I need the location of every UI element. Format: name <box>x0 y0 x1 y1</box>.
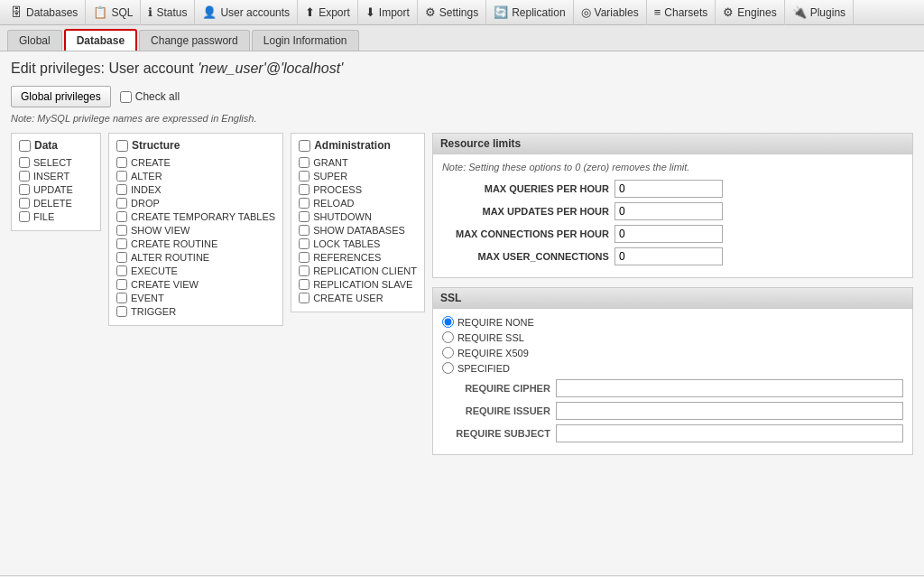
check-all-checkbox[interactable] <box>120 91 132 103</box>
cb-replication-slave[interactable] <box>299 279 310 290</box>
admin-privileges-box: Administration GRANT SUPER PROCESS RELOA… <box>291 133 425 312</box>
max-user-connections-input[interactable] <box>614 247 723 265</box>
tab-database[interactable]: Database <box>64 29 137 51</box>
nav-engines[interactable]: ⚙ Engines <box>716 0 784 25</box>
check-all-label[interactable]: Check all <box>120 90 180 103</box>
ssl-header: SSL <box>433 288 912 309</box>
cb-file[interactable] <box>19 211 30 222</box>
cb-show-view[interactable] <box>116 225 127 236</box>
cb-create[interactable] <box>116 157 127 168</box>
nav-sql[interactable]: 📋 SQL <box>86 0 141 25</box>
top-navigation: 🗄 Databases 📋 SQL ℹ Status 👤 User accoun… <box>0 0 924 25</box>
nav-settings[interactable]: ⚙ Settings <box>418 0 486 25</box>
priv-create-routine: CREATE ROUTINE <box>116 238 275 249</box>
cb-shutdown[interactable] <box>299 211 310 222</box>
tab-login-information[interactable]: Login Information <box>252 30 359 51</box>
ssl-require-x509-radio[interactable] <box>442 347 454 358</box>
variables-icon: ◎ <box>581 5 591 19</box>
cb-show-databases[interactable] <box>299 225 310 236</box>
nav-replication[interactable]: 🔄 Replication <box>486 0 573 25</box>
require-cipher-row: REQUIRE CIPHER <box>442 379 903 397</box>
admin-header-checkbox[interactable] <box>299 140 310 152</box>
user-icon: 👤 <box>202 5 217 19</box>
ssl-require-none-row: REQUIRE NONE <box>442 316 903 328</box>
priv-trigger: TRIGGER <box>116 306 275 317</box>
main-area: Data SELECT INSERT UPDATE DELETE FILE <box>11 133 913 455</box>
data-header: Data <box>19 139 93 152</box>
nav-status[interactable]: ℹ Status <box>141 0 195 25</box>
cb-select[interactable] <box>19 157 30 168</box>
cb-create-temp[interactable] <box>116 211 127 222</box>
priv-create-view: CREATE VIEW <box>116 279 275 290</box>
cb-insert[interactable] <box>19 171 30 181</box>
cb-trigger[interactable] <box>116 306 127 317</box>
priv-create: CREATE <box>116 157 275 168</box>
max-queries-input[interactable] <box>614 180 723 198</box>
cb-index[interactable] <box>116 184 127 195</box>
ssl-require-none-radio[interactable] <box>442 316 454 328</box>
ssl-specified-row: SPECIFIED <box>442 362 903 374</box>
cb-delete[interactable] <box>19 198 30 209</box>
cb-references[interactable] <box>299 252 310 263</box>
ssl-require-ssl-radio[interactable] <box>442 331 454 343</box>
cb-update[interactable] <box>19 184 30 195</box>
tab-change-password[interactable]: Change password <box>139 30 250 51</box>
max-updates-input[interactable] <box>614 202 723 220</box>
priv-event: EVENT <box>116 293 275 303</box>
require-issuer-input[interactable] <box>556 402 903 420</box>
cb-event[interactable] <box>116 293 127 303</box>
cb-process[interactable] <box>299 184 310 195</box>
priv-file: FILE <box>19 211 93 222</box>
charsets-icon: ≡ <box>654 5 661 19</box>
cb-create-user[interactable] <box>299 293 310 303</box>
cb-replication-client[interactable] <box>299 265 310 276</box>
max-connections-label: MAX CONNECTIONS PER HOUR <box>442 228 609 239</box>
priv-show-view: SHOW VIEW <box>116 225 275 236</box>
ssl-specified-radio[interactable] <box>442 362 454 374</box>
cb-alter-routine[interactable] <box>116 252 127 263</box>
priv-replication-slave: REPLICATION SLAVE <box>299 279 417 290</box>
cb-alter[interactable] <box>116 171 127 181</box>
note-text: Note: MySQL privilege names are expresse… <box>11 113 913 124</box>
priv-show-databases: SHOW DATABASES <box>299 225 417 236</box>
nav-databases[interactable]: 🗄 Databases <box>4 0 86 25</box>
nav-user-accounts[interactable]: 👤 User accounts <box>195 0 298 25</box>
priv-create-temp: CREATE TEMPORARY TABLES <box>116 211 275 222</box>
max-queries-row: MAX QUERIES PER HOUR <box>442 180 903 198</box>
max-connections-input[interactable] <box>614 225 723 243</box>
require-cipher-input[interactable] <box>556 379 903 397</box>
require-issuer-row: REQUIRE ISSUER <box>442 402 903 420</box>
nav-variables[interactable]: ◎ Variables <box>574 0 647 25</box>
sql-icon: 📋 <box>93 5 107 19</box>
cb-reload[interactable] <box>299 198 310 209</box>
cb-execute[interactable] <box>116 265 127 276</box>
cb-drop[interactable] <box>116 198 127 209</box>
export-icon: ⬆ <box>305 5 315 19</box>
nav-export[interactable]: ⬆ Export <box>298 0 358 25</box>
priv-update: UPDATE <box>19 184 93 195</box>
cb-super[interactable] <box>299 171 310 181</box>
nav-plugins[interactable]: 🔌 Plugins <box>785 0 854 25</box>
cb-create-routine[interactable] <box>116 238 127 249</box>
structure-header-checkbox[interactable] <box>116 140 128 152</box>
priv-create-user: CREATE USER <box>299 293 417 303</box>
cb-create-view[interactable] <box>116 279 127 290</box>
nav-import[interactable]: ⬇ Import <box>358 0 418 25</box>
global-privileges-button[interactable]: Global privileges <box>11 86 111 107</box>
require-subject-label: REQUIRE SUBJECT <box>442 428 550 439</box>
priv-replication-client: REPLICATION CLIENT <box>299 265 417 276</box>
right-panel: Resource limits Note: Setting these opti… <box>432 133 913 455</box>
ssl-body: REQUIRE NONE REQUIRE SSL REQUIRE X509 SP… <box>433 309 912 454</box>
data-header-checkbox[interactable] <box>19 140 31 152</box>
tab-global[interactable]: Global <box>7 30 62 51</box>
priv-grant: GRANT <box>299 157 417 168</box>
cb-grant[interactable] <box>299 157 310 168</box>
resource-limits-header: Resource limits <box>433 134 912 154</box>
priv-alter: ALTER <box>116 171 275 181</box>
nav-charsets[interactable]: ≡ Charsets <box>647 0 716 25</box>
priv-references: REFERENCES <box>299 252 417 263</box>
require-subject-input[interactable] <box>556 424 903 442</box>
max-user-connections-label: MAX USER_CONNECTIONS <box>442 251 609 262</box>
cb-lock-tables[interactable] <box>299 238 310 249</box>
privileges-bar: Global privileges Check all <box>11 86 913 107</box>
